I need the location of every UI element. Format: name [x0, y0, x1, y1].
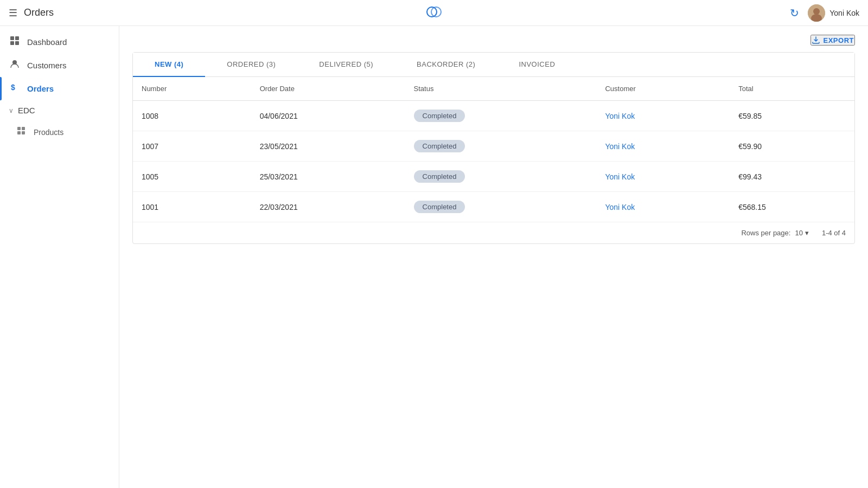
- tab-ordered[interactable]: ORDERED (3): [205, 53, 297, 77]
- table-row[interactable]: 1007 23/05/2021 Completed Yoni Kok €59.9…: [133, 131, 854, 162]
- refresh-icon[interactable]: ↻: [790, 7, 799, 20]
- user-menu[interactable]: Yoni Kok: [808, 4, 859, 22]
- col-customer: Customer: [596, 77, 730, 101]
- sidebar-item-dashboard[interactable]: Dashboard: [0, 30, 119, 54]
- sidebar-label-dashboard: Dashboard: [27, 37, 67, 47]
- sidebar: Dashboard Customers $ Orders ∨ EDC: [0, 26, 119, 488]
- svg-rect-6: [15, 36, 19, 40]
- rows-per-page-select[interactable]: 10 ▾: [795, 229, 808, 237]
- col-total: Total: [730, 77, 854, 101]
- cell-status: Completed: [405, 162, 597, 192]
- cell-customer[interactable]: Yoni Kok: [596, 192, 730, 222]
- tab-invoiced[interactable]: INVOICED: [497, 53, 577, 77]
- status-badge: Completed: [414, 170, 465, 183]
- cell-number: 1008: [133, 101, 251, 131]
- sidebar-label-products: Products: [34, 128, 63, 137]
- sidebar-label-orders: Orders: [27, 84, 54, 93]
- table-header-row: Number Order Date Status Customer Total: [133, 77, 854, 101]
- customer-link[interactable]: Yoni Kok: [605, 112, 635, 120]
- cell-number: 1001: [133, 192, 251, 222]
- col-number: Number: [133, 77, 251, 101]
- sidebar-item-products[interactable]: Products: [0, 120, 119, 144]
- cell-status: Completed: [405, 101, 597, 131]
- pagination: Rows per page: 10 ▾ 1-4 of 4: [133, 222, 854, 243]
- svg-rect-14: [22, 131, 25, 134]
- username: Yoni Kok: [829, 9, 859, 17]
- header: ☰ Orders ↻ Yoni Kok: [0, 0, 868, 26]
- cell-total: €568.15: [730, 192, 854, 222]
- avatar: [808, 4, 825, 22]
- layout: Dashboard Customers $ Orders ∨ EDC: [0, 26, 868, 488]
- customer-link[interactable]: Yoni Kok: [605, 203, 635, 211]
- cell-total: €99.43: [730, 162, 854, 192]
- svg-rect-12: [22, 127, 25, 130]
- table-row[interactable]: 1005 25/03/2021 Completed Yoni Kok €99.4…: [133, 162, 854, 192]
- customer-link[interactable]: Yoni Kok: [605, 172, 635, 181]
- rows-per-page-value: 10: [795, 229, 802, 237]
- col-order-date: Order Date: [251, 77, 405, 101]
- cell-total: €59.85: [730, 101, 854, 131]
- col-status: Status: [405, 77, 597, 101]
- sidebar-item-edc[interactable]: ∨ EDC: [0, 100, 119, 120]
- customers-icon: [9, 59, 21, 72]
- chevron-icon: ∨: [9, 107, 14, 114]
- tab-new[interactable]: NEW (4): [133, 53, 205, 77]
- svg-text:$: $: [11, 83, 15, 92]
- sidebar-item-orders[interactable]: $ Orders: [0, 77, 119, 100]
- export-button[interactable]: EXPORT: [810, 35, 855, 46]
- dashboard-icon: [9, 36, 21, 48]
- svg-rect-13: [17, 131, 21, 134]
- tabs-bar: NEW (4) ORDERED (3) DELIVERED (5) BACKOR…: [133, 53, 854, 77]
- customer-link[interactable]: Yoni Kok: [605, 142, 635, 151]
- cell-status: Completed: [405, 192, 597, 222]
- table-row[interactable]: 1001 22/03/2021 Completed Yoni Kok €568.…: [133, 192, 854, 222]
- sidebar-item-customers[interactable]: Customers: [0, 54, 119, 77]
- cell-order-date: 25/03/2021: [251, 162, 405, 192]
- svg-rect-11: [17, 127, 21, 130]
- cell-status: Completed: [405, 131, 597, 162]
- cell-order-date: 22/03/2021: [251, 192, 405, 222]
- cell-total: €59.90: [730, 131, 854, 162]
- menu-icon[interactable]: ☰: [9, 7, 17, 19]
- export-bar: EXPORT: [132, 35, 855, 46]
- svg-rect-8: [15, 41, 19, 45]
- cell-customer[interactable]: Yoni Kok: [596, 131, 730, 162]
- tab-delivered[interactable]: DELIVERED (5): [297, 53, 395, 77]
- cell-customer[interactable]: Yoni Kok: [596, 162, 730, 192]
- rows-per-page: Rows per page: 10 ▾: [741, 229, 809, 237]
- pagination-range: 1-4 of 4: [822, 229, 846, 237]
- orders-table: Number Order Date Status Customer Total …: [133, 77, 854, 222]
- products-icon: [15, 126, 27, 138]
- cell-order-date: 23/05/2021: [251, 131, 405, 162]
- cell-number: 1007: [133, 131, 251, 162]
- cell-number: 1005: [133, 162, 251, 192]
- svg-rect-5: [10, 36, 14, 40]
- sidebar-label-customers: Customers: [27, 61, 67, 70]
- tab-backorder[interactable]: BACKORDER (2): [395, 53, 497, 77]
- orders-icon: $: [9, 82, 21, 95]
- rows-per-page-label: Rows per page:: [741, 229, 790, 237]
- table-row[interactable]: 1008 04/06/2021 Completed Yoni Kok €59.8…: [133, 101, 854, 131]
- sidebar-label-edc: EDC: [18, 106, 35, 115]
- cell-customer[interactable]: Yoni Kok: [596, 101, 730, 131]
- page-title: Orders: [24, 7, 54, 18]
- svg-rect-7: [10, 41, 14, 45]
- logo: [424, 2, 444, 24]
- svg-point-3: [813, 8, 820, 15]
- status-badge: Completed: [414, 140, 465, 152]
- cell-order-date: 04/06/2021: [251, 101, 405, 131]
- main-content: EXPORT NEW (4) ORDERED (3) DELIVERED (5)…: [119, 26, 868, 488]
- status-badge: Completed: [414, 201, 465, 213]
- chevron-down-icon: ▾: [805, 229, 809, 237]
- export-icon: [812, 36, 820, 44]
- header-right: ↻ Yoni Kok: [790, 4, 859, 22]
- status-badge: Completed: [414, 110, 465, 122]
- orders-table-container: NEW (4) ORDERED (3) DELIVERED (5) BACKOR…: [132, 52, 855, 244]
